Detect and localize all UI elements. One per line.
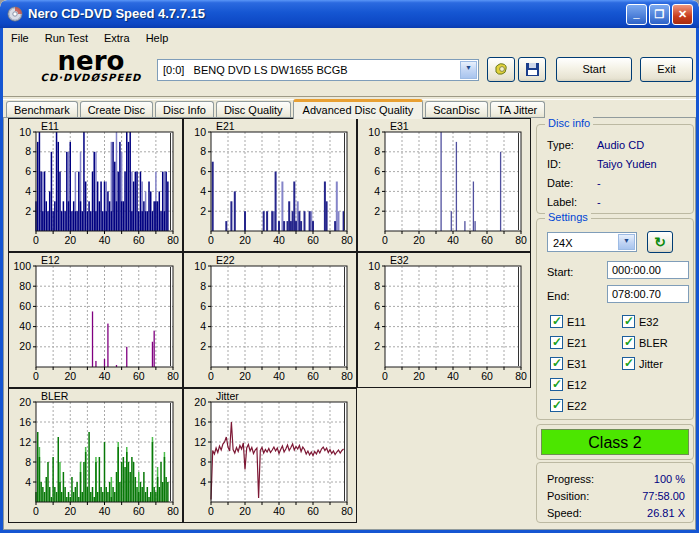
chart-e11: 020406080246810E11 bbox=[8, 118, 183, 252]
svg-text:40: 40 bbox=[273, 234, 285, 246]
checkbox-e31-label: E31 bbox=[567, 357, 587, 371]
disc-id-value: Taiyo Yuden bbox=[597, 156, 657, 172]
chart-bler: 02040608048121620BLER bbox=[8, 388, 183, 523]
svg-text:0: 0 bbox=[33, 370, 39, 382]
svg-text:10: 10 bbox=[19, 126, 31, 138]
tab-scandisc[interactable]: ScanDisc bbox=[425, 101, 487, 118]
tab-disc-quality[interactable]: Disc Quality bbox=[216, 101, 291, 118]
svg-text:40: 40 bbox=[273, 370, 285, 382]
menu-extra[interactable]: Extra bbox=[96, 28, 138, 48]
disc-label-label: Label: bbox=[547, 194, 577, 210]
menu-help[interactable]: Help bbox=[138, 28, 177, 48]
nero-logo-main: nero bbox=[30, 50, 152, 72]
svg-text:10: 10 bbox=[368, 260, 380, 272]
title-bar: Nero CD-DVD Speed 4.7.7.15 bbox=[0, 0, 699, 28]
speed-select[interactable]: 24X bbox=[547, 232, 637, 252]
svg-text:8: 8 bbox=[25, 456, 31, 468]
nero-logo-sub: CD·DVDSPEED bbox=[30, 72, 152, 83]
svg-text:20: 20 bbox=[239, 505, 251, 517]
svg-text:4: 4 bbox=[200, 185, 206, 197]
end-position-field[interactable]: 078:00.70 bbox=[607, 285, 689, 303]
svg-text:60: 60 bbox=[481, 234, 493, 246]
svg-text:8: 8 bbox=[374, 145, 380, 157]
svg-text:4: 4 bbox=[25, 185, 31, 197]
disc-info-caption: Disc info bbox=[545, 117, 593, 129]
refresh-button[interactable]: ↻ bbox=[647, 231, 673, 253]
menu-run-test[interactable]: Run Test bbox=[37, 28, 96, 48]
svg-text:0: 0 bbox=[382, 234, 388, 246]
menu-bar: File Run Test Extra Help bbox=[3, 28, 696, 48]
start-position-field[interactable]: 000:00.00 bbox=[607, 261, 689, 279]
chart-e22: 020406080246810E22 bbox=[183, 252, 357, 388]
svg-text:BLER: BLER bbox=[41, 390, 69, 402]
svg-text:20: 20 bbox=[64, 370, 76, 382]
checkbox-e32[interactable] bbox=[622, 315, 635, 328]
svg-text:E12: E12 bbox=[41, 254, 60, 266]
svg-text:60: 60 bbox=[133, 505, 145, 517]
svg-text:20: 20 bbox=[64, 234, 76, 246]
svg-text:6: 6 bbox=[200, 165, 206, 177]
start-button[interactable]: Start bbox=[556, 57, 632, 82]
window-title: Nero CD-DVD Speed 4.7.7.15 bbox=[28, 0, 205, 28]
chart-e32: 020406080246810E32 bbox=[357, 252, 531, 388]
settings-group: Settings 24X ↻ Start: 000:00.00 End: 078… bbox=[536, 218, 694, 420]
svg-text:20: 20 bbox=[19, 340, 31, 352]
svg-text:E32: E32 bbox=[390, 254, 409, 266]
speed-select-dropdown-icon[interactable] bbox=[618, 234, 635, 250]
svg-text:80: 80 bbox=[341, 234, 353, 246]
position-label: Position: bbox=[547, 488, 589, 504]
end-position-label: End: bbox=[547, 287, 570, 305]
close-button[interactable] bbox=[672, 4, 693, 25]
tab-benchmark[interactable]: Benchmark bbox=[6, 101, 78, 118]
svg-text:10: 10 bbox=[368, 126, 380, 138]
tab-create-disc[interactable]: Create Disc bbox=[80, 101, 153, 118]
svg-text:2: 2 bbox=[200, 340, 206, 352]
svg-text:8: 8 bbox=[200, 456, 206, 468]
svg-text:0: 0 bbox=[33, 234, 39, 246]
svg-text:8: 8 bbox=[200, 280, 206, 292]
progress-group: Progress: 100 % Position: 77:58.00 Speed… bbox=[536, 462, 694, 523]
class-badge: Class 2 bbox=[541, 429, 689, 455]
app-window: Nero CD-DVD Speed 4.7.7.15 File Run Test… bbox=[0, 0, 699, 533]
checkbox-e22[interactable] bbox=[550, 399, 563, 412]
drive-select-dropdown-icon[interactable] bbox=[460, 61, 477, 79]
disc-icon bbox=[90, 72, 100, 83]
eject-button[interactable] bbox=[487, 57, 515, 82]
svg-text:Jitter: Jitter bbox=[216, 390, 239, 402]
speed-row: Speed: 26.81 X bbox=[547, 505, 685, 521]
progress-row: Progress: 100 % bbox=[547, 471, 685, 487]
checkbox-e21[interactable] bbox=[550, 336, 563, 349]
save-button[interactable] bbox=[518, 57, 546, 82]
menu-file[interactable]: File bbox=[3, 28, 37, 48]
svg-text:4: 4 bbox=[200, 476, 206, 488]
tab-advanced-disc-quality[interactable]: Advanced Disc Quality bbox=[293, 99, 424, 119]
svg-text:0: 0 bbox=[208, 234, 214, 246]
disc-type-value: Audio CD bbox=[597, 137, 644, 153]
svg-text:8: 8 bbox=[374, 280, 380, 292]
drive-select[interactable]: [0:0] BENQ DVD LS DW1655 BCGB bbox=[157, 59, 479, 81]
svg-text:80: 80 bbox=[167, 234, 179, 246]
checkbox-e11[interactable] bbox=[550, 315, 563, 328]
nero-logo-sub-right: SPEED bbox=[100, 72, 142, 83]
tab-ta-jitter[interactable]: TA Jitter bbox=[490, 101, 546, 118]
checkbox-e12[interactable] bbox=[550, 378, 563, 391]
minimize-button[interactable] bbox=[626, 4, 647, 25]
checkbox-bler[interactable] bbox=[622, 336, 635, 349]
drive-select-value: [0:0] BENQ DVD LS DW1655 BCGB bbox=[163, 60, 458, 80]
svg-text:80: 80 bbox=[515, 234, 527, 246]
disc-info-row-label: Label: - bbox=[547, 194, 685, 210]
checkbox-jitter-label: Jitter bbox=[639, 357, 663, 371]
settings-caption: Settings bbox=[545, 211, 591, 223]
svg-text:20: 20 bbox=[413, 234, 425, 246]
checkbox-e31[interactable] bbox=[550, 357, 563, 370]
svg-text:60: 60 bbox=[481, 370, 493, 382]
tab-disc-info[interactable]: Disc Info bbox=[155, 101, 214, 118]
exit-button[interactable]: Exit bbox=[640, 57, 693, 82]
svg-text:4: 4 bbox=[200, 320, 206, 332]
svg-text:20: 20 bbox=[19, 396, 31, 408]
svg-text:20: 20 bbox=[194, 396, 206, 408]
svg-text:12: 12 bbox=[19, 436, 31, 448]
maximize-button[interactable] bbox=[649, 4, 670, 25]
checkbox-jitter[interactable] bbox=[622, 357, 635, 370]
svg-text:60: 60 bbox=[19, 300, 31, 312]
